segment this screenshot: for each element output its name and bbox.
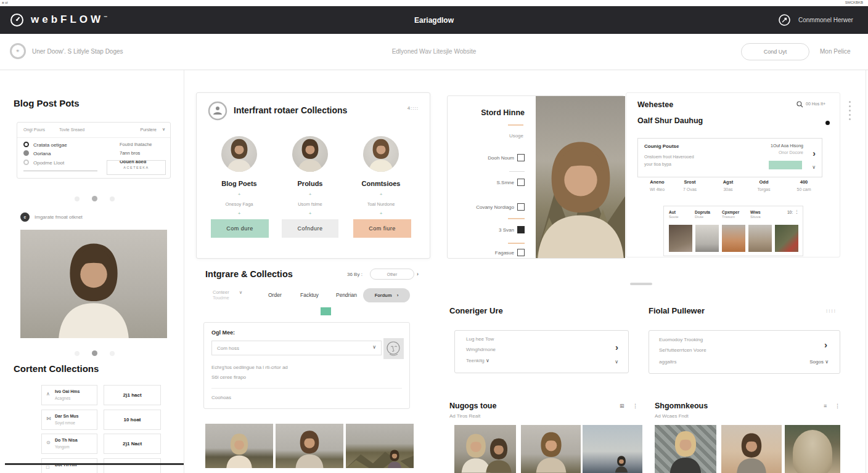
mint-progress-bar xyxy=(769,161,802,169)
kebab-menu-icon[interactable]: ⋮ xyxy=(795,209,799,214)
cond-uyt-button[interactable]: Cond Uyt xyxy=(741,43,809,60)
collection-row-count[interactable]: 2)1 hact xyxy=(104,385,161,405)
pullover-card[interactable]: Euomodoy Trooking Sel'futteerrtcen Voore… xyxy=(649,330,840,374)
compass-icon[interactable] xyxy=(778,14,791,26)
vertical-drag-handle[interactable] xyxy=(847,99,852,123)
filter-option-2[interactable]: Oorlana xyxy=(23,150,51,156)
tab-dropdown-line2: Toudme xyxy=(213,295,229,301)
row-divider xyxy=(509,171,525,172)
grid-view-icon[interactable]: ⊞ xyxy=(620,403,624,409)
form-select[interactable]: Com hoss ∨ xyxy=(211,341,382,355)
carousel-dot[interactable] xyxy=(75,196,80,201)
tab-dropdown[interactable]: Conteer ∨ Toudme xyxy=(213,289,242,301)
carousel-dot-active[interactable] xyxy=(92,350,97,356)
mon-pelice-link[interactable]: Mon Pelice xyxy=(820,48,850,55)
promo-right1: 1Ouf Aoa Hisong xyxy=(718,144,803,148)
chevron-right-icon[interactable]: › xyxy=(824,339,827,350)
gallery-thumb[interactable] xyxy=(695,225,719,252)
filter-option-1[interactable]: Cratata oetigae xyxy=(23,142,67,148)
rotator-avatar-2[interactable] xyxy=(292,136,328,172)
checkbox[interactable] xyxy=(517,154,525,161)
chevron-down-icon[interactable]: ∨ xyxy=(812,164,816,170)
tab-pendrian[interactable]: Pendrian xyxy=(336,292,357,298)
com-fiure-button[interactable]: Com fiure xyxy=(353,219,411,238)
rotator-col-1-sub: Onesoy Faga xyxy=(202,201,276,207)
rotator-avatar-1[interactable] xyxy=(221,136,257,172)
left-sidebar-panel: Blog Post Pots Ongi Pours Tovte Sreaed P… xyxy=(5,70,184,473)
drag-handle-icon[interactable]: 4:::: xyxy=(407,105,419,111)
rotator-avatar-3[interactable] xyxy=(363,136,399,172)
collection-row-count[interactable] xyxy=(104,458,161,473)
search-icon[interactable] xyxy=(796,101,803,108)
chevron-right-icon[interactable]: › xyxy=(417,271,419,277)
by-value-select[interactable]: Other xyxy=(370,269,414,280)
mini-gallery-card: Aut Soote Dopruta Diute Cpxmper Trwsum W… xyxy=(663,206,803,256)
dot-grid-handle-icon[interactable]: :::: xyxy=(826,308,837,313)
top-navbar: webFLOW™ Eariagdlow Conmmonel Herwer xyxy=(0,6,868,34)
person-circle-icon xyxy=(208,101,227,121)
tab-order[interactable]: Order xyxy=(268,292,282,298)
hood-shape xyxy=(793,430,833,473)
filter-tab-1[interactable]: Ongi Pours xyxy=(23,127,45,132)
filter-sort-select[interactable]: Purstere xyxy=(141,127,157,132)
checkbox[interactable] xyxy=(517,226,525,233)
collection-row-info[interactable]: ⋈ Dar Sn Mus Soyd nmoe xyxy=(41,410,97,430)
kebab-menu-icon[interactable]: ⋮ xyxy=(633,403,638,409)
checkbox[interactable] xyxy=(517,249,525,256)
kebab-menu-icon[interactable]: ⋮ xyxy=(835,403,840,409)
config-card[interactable]: Lug hee Tow Wmghdrnone Teenkitg ∨ › ∨ xyxy=(454,330,629,373)
checkbox[interactable] xyxy=(517,203,525,211)
collection-row-count[interactable]: 2)1 Nact xyxy=(104,434,161,454)
filter-tab-2[interactable]: Tovte Sreaed xyxy=(59,127,84,132)
radio-filled-icon[interactable] xyxy=(23,150,29,156)
gallery-thumb[interactable] xyxy=(775,225,798,252)
person-illustration xyxy=(42,235,145,338)
shgom-photo xyxy=(721,425,782,473)
gallery-thumb[interactable] xyxy=(722,225,745,252)
carousel-dot[interactable] xyxy=(75,351,80,356)
gallery-thumb[interactable] xyxy=(669,225,692,252)
collection-row-count[interactable]: 10 hoat xyxy=(104,410,161,430)
sketch-face-icon[interactable] xyxy=(383,338,404,359)
checkbox[interactable] xyxy=(517,179,525,186)
tab-facktuy[interactable]: Facktuy xyxy=(300,292,319,298)
filter-option-3[interactable]: Opodme Lloot xyxy=(23,160,64,166)
collection-row-info[interactable]: ∧ Ivo Oai Hms Acagnes xyxy=(41,385,97,405)
filter-action-button[interactable]: ACETEEKA xyxy=(107,160,166,175)
search-meta[interactable]: 00 Hos It+ xyxy=(806,102,825,106)
radio-empty-icon[interactable] xyxy=(23,160,29,165)
cofndure-button[interactable]: Cofndure xyxy=(282,219,338,238)
gallery-thumb[interactable] xyxy=(748,225,772,252)
plus-connector-icon: + xyxy=(202,192,276,197)
carousel-dot[interactable] xyxy=(110,351,115,356)
gallery-col-title: Cpxmper xyxy=(722,210,739,214)
radio-selected-icon[interactable] xyxy=(23,142,29,147)
checkbox-label: 3 Svan xyxy=(448,227,514,233)
stat-value: Torgas xyxy=(745,187,783,192)
checkbox-label: S.Smne xyxy=(448,180,514,185)
chevron-down-icon[interactable]: ∨ xyxy=(615,359,618,365)
nugogs-photo xyxy=(521,425,581,473)
collection-row-info[interactable]: ⊙ Do Th Nisa Yongom xyxy=(41,434,97,454)
com-dure-button[interactable]: Com dure xyxy=(211,219,269,238)
chevron-down-icon[interactable]: ∨ xyxy=(162,127,165,132)
collection-row-info[interactable]: □ Dot Tn Hm xyxy=(41,458,97,473)
navbar-account[interactable]: Conmmonel Herwer xyxy=(798,17,853,23)
pullover-select[interactable]: Sogos ∨ xyxy=(809,359,829,365)
panel-bottom-edge xyxy=(5,463,184,465)
promo-card: Counig Poutse Onstoem froot Haverooed yo… xyxy=(637,138,822,177)
fordum-button[interactable]: Fordum› xyxy=(363,288,410,302)
carousel-dot-active[interactable] xyxy=(92,196,97,201)
chevron-right-icon[interactable]: › xyxy=(615,342,618,352)
chevron-right-icon[interactable]: › xyxy=(813,148,816,158)
pullover-line2: Sel'futteerrtcen Voore xyxy=(659,347,706,353)
section-divider-pill xyxy=(630,283,652,285)
config-line3-select[interactable]: Teenkitg ∨ xyxy=(466,358,489,363)
nugogs-photo xyxy=(583,425,642,473)
author-label: Imgarate fmoat otknet xyxy=(35,214,83,220)
peach-divider xyxy=(508,124,523,126)
carousel-dot[interactable] xyxy=(110,196,115,201)
list-view-icon[interactable]: ≡ xyxy=(824,403,827,409)
document-icon: □ xyxy=(46,464,49,470)
form-desc-line2: S6l ceree firapo xyxy=(211,374,246,380)
